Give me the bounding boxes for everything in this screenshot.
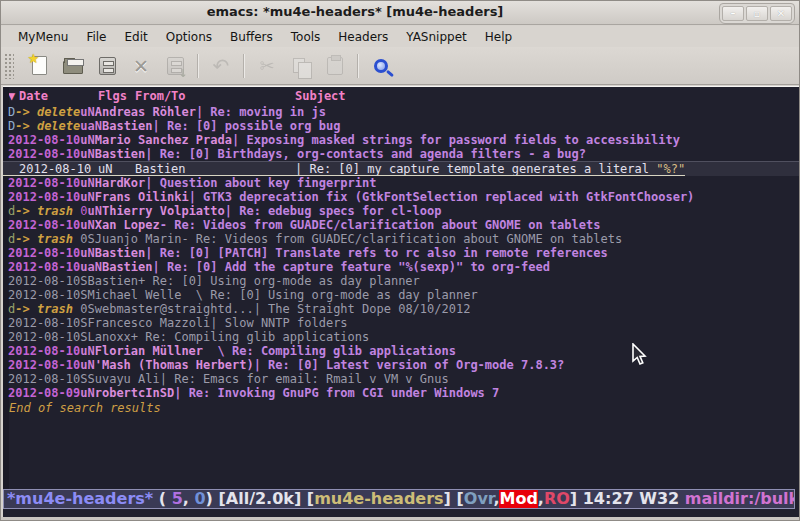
message-row[interactable]: D-> deleteuNAndreas Röhler| Re: moving i… (3, 105, 799, 119)
message-date: 2012-08-10 (8, 288, 80, 302)
message-flags: uN (80, 246, 94, 260)
message-date: 2012-08-10 (8, 316, 80, 330)
message-row[interactable]: 2012-08-10uNMario Sanchez Prada| Exposin… (3, 133, 799, 147)
message-subject: | Re: [0] Birthdays, org-contacts and ag… (145, 147, 586, 161)
message-row[interactable]: 2012-08-10SLanoxx+ Re: Compiling glib ap… (3, 330, 799, 344)
message-subject: | Re: [0] my capture template generates … (295, 162, 685, 175)
message-row[interactable]: 2012-08-10uaNBastien| Re: [0] Add the ca… (3, 260, 799, 274)
message-row[interactable]: 2012-08-10uNBastien| Re: [0] [PATCH] Tra… (3, 246, 799, 260)
maximize-button[interactable]: ▫ (746, 6, 768, 21)
message-row[interactable]: 2012-08-10SFrancesco Mazzoli| Slow NNTP … (3, 316, 799, 330)
message-row[interactable]: 2012-08-10uNFlorian Müllner \ Re: Compil… (3, 344, 799, 358)
echo-area-minibuffer[interactable] (3, 509, 799, 517)
title-bar[interactable]: emacs: *mu4e-headers* [mu4e-headers] –▫✕ (1, 1, 799, 25)
message-date: 2012-08-10 (8, 330, 80, 344)
modeline-plain: 14:27 W32 (583, 489, 685, 508)
menu-options[interactable]: Options (157, 28, 221, 46)
menu-file[interactable]: File (77, 28, 115, 46)
save-as-icon: ↓ (158, 51, 192, 81)
message-row[interactable]: d-> trash 0uNThierry Volpiatto| Re: edeb… (3, 204, 799, 218)
modeline-plain: , (183, 489, 195, 508)
message-row[interactable]: 2012-08-10SMichael Welle \ Re: [0] Using… (3, 288, 799, 302)
message-from: Bastien (135, 162, 295, 175)
message-row[interactable]: 2012-08-10uNHardKor| Question about key … (3, 176, 799, 190)
menu-bar: MyMenuFileEditOptionsBuffersToolsHeaders… (1, 26, 799, 47)
toolbar-separator (357, 54, 359, 78)
message-date: 2012-08-10 (8, 344, 80, 358)
column-header-subject[interactable]: Subject (295, 87, 799, 105)
message-flags: uaN (80, 119, 102, 133)
message-row[interactable]: 2012-08-10uNXan Lopez- Re: Videos from G… (3, 218, 799, 232)
modeline-maildir: maildir:/bulk (685, 489, 795, 508)
mouse-cursor (631, 343, 647, 367)
copy-icon (284, 51, 318, 81)
new-file-icon[interactable]: ★ (22, 51, 56, 81)
message-row[interactable]: 2012-08-10uN'Mash (Thomas Herbert)| Re: … (3, 358, 799, 372)
message-subject: | Exposing masked strings for password f… (232, 133, 680, 147)
message-list: D-> deleteuNAndreas Röhler| Re: moving i… (3, 105, 799, 400)
message-row[interactable]: 2012-08-10SSuvayu Ali| Re: Emacs for ema… (3, 372, 799, 386)
message-flags: uN (80, 386, 94, 400)
message-date: 2012-08-10 (8, 190, 80, 204)
menu-buffers[interactable]: Buffers (221, 28, 282, 46)
modeline-ovr: Ovr (464, 489, 494, 508)
message-date: 2012-08-10 (8, 218, 80, 232)
message-row[interactable]: d-> trash 0Swebmaster@straightd...| The … (3, 302, 799, 316)
menu-edit[interactable]: Edit (116, 28, 157, 46)
message-subject: | Question about key fingerprint (145, 176, 376, 190)
message-row[interactable]: 2012-08-10uNBastien| Re: [0] my capture … (3, 161, 799, 176)
menu-help[interactable]: Help (476, 28, 521, 46)
save-icon[interactable] (90, 51, 124, 81)
message-from: Michael Welle (87, 288, 181, 302)
message-row[interactable]: d-> trash 0SJuanjo Marin- Re: Videos fro… (3, 232, 799, 246)
column-header-from[interactable]: From/To (135, 87, 295, 105)
undo-icon: ↶ (204, 51, 238, 81)
message-row[interactable]: D-> deleteuaNBastien| Re: [0] possible o… (3, 119, 799, 133)
message-subject: | The Straight Dope 08/10/2012 (254, 302, 471, 316)
close-button[interactable]: ✕ (770, 6, 792, 21)
toolbar-grip-handle[interactable] (4, 53, 14, 79)
message-flags: uaN (80, 260, 102, 274)
menu-yasnippet[interactable]: YASnippet (397, 28, 476, 46)
message-row[interactable]: 2012-08-10uNBastien| Re: [0] Birthdays, … (3, 147, 799, 161)
modeline-buffer-name: *mu4e-headers* (7, 489, 153, 508)
message-subject: \ Re: Compiling glib applications (203, 344, 456, 358)
menu-mymenu[interactable]: MyMenu (9, 28, 77, 46)
paste-icon (318, 51, 352, 81)
message-flags: uN (87, 204, 101, 218)
message-subject: | Re: [0] possible org bug (153, 119, 341, 133)
menu-headers[interactable]: Headers (329, 28, 397, 46)
column-header-date[interactable]: Date (19, 87, 98, 105)
message-from: robertcInSD (95, 386, 174, 400)
message-subject: + Re: [0] Using org-mode as day planner (138, 274, 420, 288)
message-row[interactable]: 2012-08-09uNrobertcInSD| Re: Invoking Gn… (3, 386, 799, 400)
message-subject: \ Re: [0] Using org-mode as day planner (181, 288, 477, 302)
message-subject: | Re: Emacs for email: Rmail v VM v Gnus (160, 372, 449, 386)
message-flags: uN (80, 133, 94, 147)
message-flags: uN (80, 218, 94, 232)
message-subject: - Re: Videos from GUADEC/clarification a… (181, 232, 622, 246)
message-row[interactable]: 2012-08-10SBastien+ Re: [0] Using org-mo… (3, 274, 799, 288)
close-buffer-icon[interactable]: ✕ (124, 51, 158, 81)
header-line[interactable]: ▼ Date Flgs From/To Subject (3, 87, 799, 105)
message-date: 2012-08-10 (8, 133, 80, 147)
toolbar-separator (243, 54, 245, 78)
open-folder-icon[interactable] (56, 51, 90, 81)
message-row[interactable]: 2012-08-10uNFrans Oilinki| GTK3 deprecat… (3, 190, 799, 204)
window-bottom-border (1, 517, 799, 520)
search-icon[interactable] (364, 51, 398, 81)
message-flags: uN (80, 344, 94, 358)
message-flags: uN (80, 147, 94, 161)
mark-indicator: d (3, 302, 15, 316)
mark-indicator: d (3, 232, 15, 246)
mu4e-headers-buffer[interactable]: ▼ Date Flgs From/To Subject D-> deleteuN… (3, 86, 799, 518)
column-header-flags[interactable]: Flgs (98, 87, 135, 105)
message-from: webmaster@straightd... (95, 302, 254, 316)
message-date: 2012-08-10 (8, 372, 80, 386)
menu-tools[interactable]: Tools (282, 28, 330, 46)
message-flags: uN (80, 358, 94, 372)
message-date: 2012-08-10 (8, 260, 80, 274)
message-date: 2012-08-10 (8, 358, 80, 372)
mark-indicator: D (3, 119, 15, 133)
minimize-button[interactable]: – (722, 6, 744, 21)
